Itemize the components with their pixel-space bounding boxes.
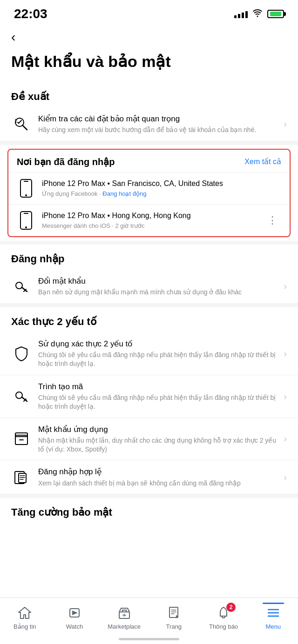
security-check-title: Kiểm tra các cài đặt bảo mật quan trọng — [38, 114, 280, 124]
view-all-link[interactable]: Xem tất cả — [244, 157, 281, 166]
more-options-icon[interactable]: ⋮ — [264, 212, 281, 228]
code-generator-item[interactable]: Trình tạo mã Chúng tôi sẽ yêu cầu mã đăn… — [0, 375, 298, 418]
code-generator-title: Trình tạo mã — [38, 382, 280, 392]
change-password-content: Đổi mật khẩu Bạn nên sử dụng mật khẩu mạ… — [38, 276, 280, 297]
svg-rect-11 — [24, 213, 28, 214]
svg-line-19 — [25, 399, 26, 400]
section-header-enhance: Tăng cường bảo mật — [0, 498, 298, 523]
signal-icon — [234, 10, 248, 18]
status-time: 22:03 — [14, 7, 47, 21]
marketplace-icon — [116, 604, 133, 621]
tab-marketplace[interactable]: Marketplace — [99, 603, 149, 632]
security-check-subtitle: Hãy cùng xem một vài bước hướng dẫn để b… — [38, 126, 280, 134]
section-header-suggestions: Đề xuất — [0, 82, 298, 107]
login-locations-title: Nơi bạn đã đăng nhập — [17, 156, 115, 167]
use-2fa-content: Sử dụng xác thực 2 yếu tố Chúng tôi sẽ y… — [38, 339, 280, 368]
key-icon — [11, 276, 32, 297]
svg-point-13 — [16, 282, 22, 289]
tab-home-label: Bảng tin — [14, 623, 36, 630]
page-title: Mật khẩu và bảo mật — [0, 47, 298, 82]
watch-icon — [66, 604, 83, 621]
code-generator-content: Trình tạo mã Chúng tôi sẽ yêu cầu mã đăn… — [38, 382, 280, 411]
home-indicator — [119, 638, 179, 640]
divider-2 — [0, 241, 298, 245]
tab-pages-label: Trang — [166, 623, 182, 630]
tab-menu-label: Menu — [265, 623, 281, 630]
device-item-2[interactable]: iPhone 12 Pro Max • Hong Kong, Hong Kong… — [8, 204, 290, 236]
svg-marker-30 — [72, 611, 78, 615]
change-password-subtitle: Bạn nên sử dụng mật khẩu mạnh mà mình ch… — [38, 288, 280, 297]
valid-logins-subtitle: Xem lại danh sách thiết bị mà bạn sẽ khô… — [38, 479, 280, 488]
valid-logins-content: Đăng nhập hợp lệ Xem lại danh sách thiết… — [38, 467, 280, 487]
change-password-title: Đổi mật khẩu — [38, 276, 280, 286]
active-tab-indicator — [263, 603, 284, 604]
code-generator-subtitle: Chúng tôi sẽ yêu cầu mã đăng nhập nếu ph… — [38, 393, 280, 411]
section-header-2fa: Xác thực 2 yếu tố — [0, 307, 298, 332]
valid-logins-item[interactable]: Đăng nhập hợp lệ Xem lại danh sách thiết… — [0, 460, 298, 494]
menu-icon — [265, 604, 282, 621]
app-passwords-item[interactable]: Mật khẩu ứng dụng Nhận mật khẩu một lần,… — [0, 418, 298, 461]
app-passwords-subtitle: Nhận mật khẩu một lần, duy nhất cho các … — [38, 436, 280, 454]
divider-3 — [0, 304, 298, 307]
device-list-icon — [11, 467, 32, 487]
tab-pages[interactable]: Trang — [149, 603, 199, 632]
pages-icon — [165, 604, 182, 621]
device-title-2: iPhone 12 Pro Max • Hong Kong, Hong Kong — [42, 211, 264, 221]
divider — [0, 141, 298, 145]
tab-home[interactable]: Bảng tin — [0, 603, 50, 632]
wifi-icon — [252, 9, 263, 20]
tab-marketplace-label: Marketplace — [108, 623, 141, 630]
bell-icon: 2 — [215, 604, 232, 621]
svg-rect-25 — [19, 473, 26, 483]
arrow-icon-4: › — [284, 391, 287, 402]
svg-line-3 — [19, 120, 21, 123]
box-icon — [11, 429, 32, 449]
arrow-icon: › — [284, 119, 287, 129]
security-check-item[interactable]: Kiểm tra các cài đặt bảo mật quan trọng … — [0, 107, 298, 141]
phone-icon-2 — [17, 210, 35, 231]
app-passwords-content: Mật khẩu ứng dụng Nhận mật khẩu một lần,… — [38, 425, 280, 454]
use-2fa-subtitle: Chúng tôi sẽ yêu cầu mã đăng nhập nếu ph… — [38, 351, 280, 368]
device-content-2: iPhone 12 Pro Max • Hong Kong, Hong Kong… — [42, 211, 264, 229]
arrow-icon-2: › — [284, 281, 287, 292]
tab-watch-label: Watch — [66, 623, 83, 630]
tab-notifications[interactable]: 2 Thông báo — [199, 603, 249, 632]
use-2fa-item[interactable]: Sử dụng xác thực 2 yếu tố Chúng tôi sẽ y… — [0, 332, 298, 375]
section-header-login: Đăng nhập — [0, 245, 298, 270]
change-password-item[interactable]: Đổi mật khẩu Bạn nên sử dụng mật khẩu mạ… — [0, 270, 298, 304]
device-subtitle-1: Ứng dụng Facebook · Đang hoạt động — [42, 190, 281, 197]
security-check-icon — [11, 114, 32, 134]
shield-icon — [11, 343, 32, 364]
svg-line-15 — [25, 289, 26, 290]
svg-rect-8 — [24, 181, 28, 182]
notification-badge: 2 — [226, 603, 236, 612]
svg-line-16 — [24, 291, 25, 292]
arrow-icon-3: › — [284, 348, 287, 359]
svg-point-17 — [16, 392, 22, 398]
arrow-icon-5: › — [284, 433, 287, 444]
status-bar: 22:03 — [0, 0, 298, 25]
divider-4 — [0, 494, 298, 498]
svg-line-20 — [24, 400, 25, 401]
back-button[interactable]: ‹ — [0, 25, 298, 47]
svg-point-12 — [25, 226, 27, 228]
tab-watch[interactable]: Watch — [50, 603, 100, 632]
phone-icon-1 — [17, 178, 35, 199]
tab-bar: Bảng tin Watch Marketplace — [0, 598, 298, 644]
battery-icon — [267, 10, 284, 18]
status-icons — [234, 9, 284, 20]
device-content-1: iPhone 12 Pro Max • San Francisco, CA, U… — [42, 179, 281, 197]
main-content: Đề xuất Kiểm tra các cài đặt bảo mật qua… — [0, 82, 298, 575]
tab-menu[interactable]: Menu — [248, 603, 298, 632]
code-gen-icon — [11, 386, 32, 406]
arrow-icon-6: › — [284, 472, 287, 483]
use-2fa-title: Sử dụng xác thực 2 yếu tố — [38, 339, 280, 349]
valid-logins-title: Đăng nhập hợp lệ — [38, 467, 280, 477]
svg-point-9 — [25, 194, 27, 196]
login-locations-section: Nơi bạn đã đăng nhập Xem tất cả iPhone 1… — [7, 149, 291, 237]
security-check-content: Kiểm tra các cài đặt bảo mật quan trọng … — [38, 114, 280, 134]
device-item-1[interactable]: iPhone 12 Pro Max • San Francisco, CA, U… — [8, 172, 290, 204]
device-title-1: iPhone 12 Pro Max • San Francisco, CA, U… — [42, 179, 281, 189]
home-icon — [16, 604, 33, 621]
device-subtitle-2: Messenger dành cho iOS · 2 giờ trước — [42, 222, 264, 229]
